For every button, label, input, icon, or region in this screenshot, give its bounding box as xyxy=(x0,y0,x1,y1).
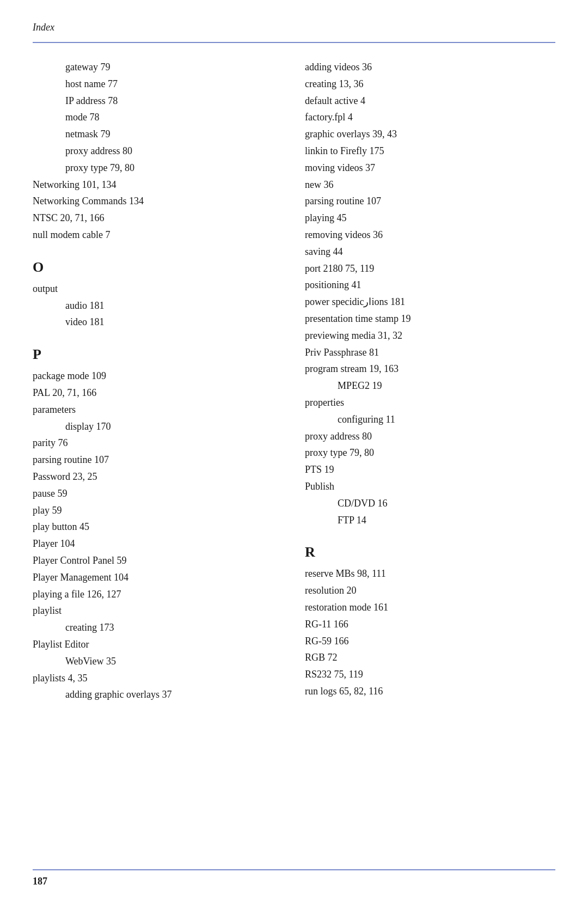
list-item: play 59 xyxy=(33,503,283,518)
list-item: netmask 79 xyxy=(33,126,283,142)
playlist-continuation-entries: adding videos 36 creating 13, 36 default… xyxy=(305,59,555,528)
list-item: Networking 101, 134 xyxy=(33,177,283,193)
list-item: graphic overlays 39, 43 xyxy=(305,126,555,142)
list-item: host name 77 xyxy=(33,76,283,92)
list-item: Player 104 xyxy=(33,536,283,552)
n-section-entries: gateway 79 host name 77 IP address 78 mo… xyxy=(33,59,283,243)
list-item: proxy address 80 xyxy=(33,143,283,159)
list-item: proxy type 79, 80 xyxy=(33,160,283,176)
list-item: Password 23, 25 xyxy=(33,469,283,485)
list-item: Player Management 104 xyxy=(33,570,283,585)
list-item: pause 59 xyxy=(33,486,283,502)
list-item: presentation time stamp 19 xyxy=(305,311,555,327)
list-item: power specidicارions 181 xyxy=(305,294,555,310)
list-item: saving 44 xyxy=(305,244,555,260)
list-item: MPEG2 19 xyxy=(305,378,555,394)
list-item: play button 45 xyxy=(33,519,283,535)
list-item: FTP 14 xyxy=(305,513,555,528)
list-item: adding videos 36 xyxy=(305,59,555,75)
list-item: parity 76 xyxy=(33,435,283,451)
list-item: RG-59 166 xyxy=(305,633,555,649)
list-item: gateway 79 xyxy=(33,59,283,75)
list-item: playlist xyxy=(33,603,283,619)
list-item: parameters xyxy=(33,402,283,418)
list-item: reserve MBs 98, 111 xyxy=(305,566,555,582)
list-item: WebView 35 xyxy=(33,654,283,669)
list-item: Priv Passphrase 81 xyxy=(305,345,555,361)
list-item: PAL 20, 71, 166 xyxy=(33,385,283,401)
section-r: R reserve MBs 98, 111 resolution 20 rest… xyxy=(305,544,555,699)
list-item: adding graphic overlays 37 xyxy=(33,687,283,703)
list-item: factory.fpl 4 xyxy=(305,109,555,125)
list-item: mode 78 xyxy=(33,109,283,125)
list-item: RGB 72 xyxy=(305,650,555,666)
list-item: previewing media 31, 32 xyxy=(305,328,555,344)
header-section: Index xyxy=(33,22,555,43)
section-o-letter: O xyxy=(33,259,283,276)
list-item: parsing routine 107 xyxy=(305,193,555,209)
list-item: configuring 11 xyxy=(305,412,555,428)
list-item: proxy address 80 xyxy=(305,429,555,444)
list-item: program stream 19, 163 xyxy=(305,361,555,377)
header-label: Index xyxy=(33,22,555,33)
list-item: playing a file 126, 127 xyxy=(33,587,283,602)
list-item: null modem cable 7 xyxy=(33,227,283,243)
list-item: new 36 xyxy=(305,177,555,193)
list-item: moving videos 37 xyxy=(305,160,555,176)
list-item: PTS 19 xyxy=(305,462,555,478)
list-item: output xyxy=(33,281,283,297)
list-item: package mode 109 xyxy=(33,368,283,384)
list-item: port 2180 75, 119 xyxy=(305,261,555,277)
list-item: RS232 75, 119 xyxy=(305,667,555,682)
list-item: playlists 4, 35 xyxy=(33,670,283,686)
page-number: 187 xyxy=(33,876,555,887)
player-control-panel-entry: Player Control Panel 59 xyxy=(33,553,283,569)
footer-section: 187 xyxy=(33,869,555,887)
list-item: audio 181 xyxy=(33,298,283,314)
list-item: video 181 xyxy=(33,314,283,330)
list-item: creating 173 xyxy=(33,620,283,636)
section-p-letter: P xyxy=(33,346,283,363)
list-item: playing 45 xyxy=(305,210,555,226)
list-item: proxy type 79, 80 xyxy=(305,445,555,461)
list-item: RG-11 166 xyxy=(305,617,555,632)
left-column: gateway 79 host name 77 IP address 78 mo… xyxy=(33,59,283,704)
list-item: removing videos 36 xyxy=(305,227,555,243)
list-item: parsing routine 107 xyxy=(33,452,283,468)
section-r-letter: R xyxy=(305,544,555,560)
list-item: positioning 41 xyxy=(305,277,555,293)
section-p: P package mode 109 PAL 20, 71, 166 param… xyxy=(33,346,283,703)
list-item: restoration mode 161 xyxy=(305,600,555,615)
section-o: O output audio 181 video 181 xyxy=(33,259,283,330)
list-item: IP address 78 xyxy=(33,93,283,109)
list-item: properties xyxy=(305,395,555,411)
list-item: linkin to Firefly 175 xyxy=(305,143,555,159)
page-container: Index gateway 79 host name 77 IP address… xyxy=(0,0,588,909)
list-item: CD/DVD 16 xyxy=(305,496,555,511)
list-item: Publish xyxy=(305,479,555,495)
list-item: run logs 65, 82, 116 xyxy=(305,684,555,699)
list-item: resolution 20 xyxy=(305,583,555,599)
list-item: display 170 xyxy=(33,419,283,435)
list-item: NTSC 20, 71, 166 xyxy=(33,210,283,226)
list-item: default active 4 xyxy=(305,93,555,109)
list-item: Networking Commands 134 xyxy=(33,193,283,209)
list-item: creating 13, 36 xyxy=(305,76,555,92)
content-columns: gateway 79 host name 77 IP address 78 mo… xyxy=(33,59,555,704)
list-item: Playlist Editor xyxy=(33,637,283,652)
right-column: adding videos 36 creating 13, 36 default… xyxy=(305,59,555,704)
